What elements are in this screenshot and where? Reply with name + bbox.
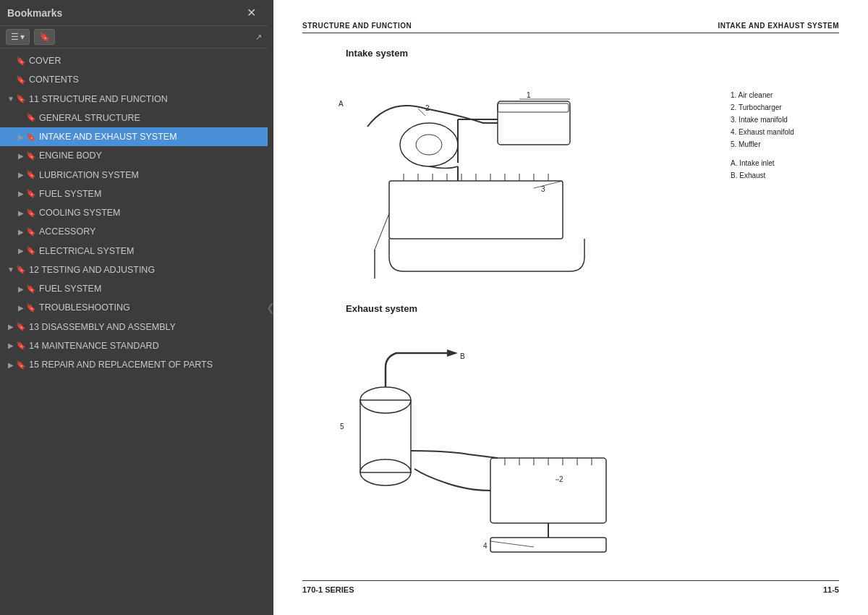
bookmark-icon-troubleshooting: 🔖 bbox=[26, 303, 36, 313]
sidebar-item-cooling[interactable]: 🔖 COOLING SYSTEM bbox=[0, 203, 268, 222]
bookmark-icon-general: 🔖 bbox=[26, 113, 36, 122]
chevron-15[interactable] bbox=[6, 361, 16, 369]
svg-rect-40 bbox=[490, 538, 606, 552]
svg-text:2: 2 bbox=[559, 475, 563, 483]
svg-rect-5 bbox=[498, 103, 569, 112]
chevron-fuel-12[interactable] bbox=[16, 285, 26, 293]
bookmark-icon-lubrication: 🔖 bbox=[26, 170, 36, 179]
bookmark-icon-12: 🔖 bbox=[16, 265, 26, 274]
svg-text:5: 5 bbox=[340, 423, 344, 430]
svg-point-6 bbox=[400, 123, 458, 166]
svg-text:4: 4 bbox=[483, 542, 488, 550]
footer-left: 170-1 SERIES bbox=[302, 585, 354, 594]
chevron-12-testing[interactable] bbox=[6, 266, 16, 273]
cursor-indicator: ↗ bbox=[255, 33, 262, 42]
chevron-accessory[interactable] bbox=[16, 228, 26, 236]
sidebar-item-13-disassembly[interactable]: 🔖 13 DISASSEMBLY AND ASSEMBLY bbox=[0, 318, 268, 336]
svg-rect-4 bbox=[498, 101, 570, 145]
chevron-fuel-11[interactable] bbox=[16, 190, 26, 198]
svg-line-21 bbox=[418, 109, 425, 116]
chevron-cooling[interactable] bbox=[16, 209, 26, 217]
intake-svg: 1 2 A 3 bbox=[302, 69, 650, 286]
svg-line-22 bbox=[534, 181, 563, 188]
sidebar-item-electrical[interactable]: 🔖 ELECTRICAL SYSTEM bbox=[0, 242, 268, 260]
svg-rect-8 bbox=[389, 181, 563, 239]
chevron-down-icon: ▾ bbox=[20, 32, 25, 42]
sidebar-item-fuel-12[interactable]: 🔖 FUEL SYSTEM bbox=[0, 279, 268, 298]
exhaust-system-title: Exhaust system bbox=[346, 303, 839, 314]
chevron-lubrication[interactable] bbox=[16, 171, 26, 179]
chevron-11-structure[interactable] bbox=[6, 95, 16, 103]
svg-line-42 bbox=[490, 541, 534, 547]
label-12-testing: 12 TESTING AND ADJUSTING bbox=[29, 264, 262, 276]
sidebar-item-12-testing[interactable]: 🔖 12 TESTING AND ADJUSTING bbox=[0, 260, 268, 279]
sidebar-item-contents[interactable]: 🔖 CONTENTS bbox=[0, 70, 268, 89]
sidebar-item-15-repair[interactable]: 🔖 15 REPAIR AND REPLACEMENT OF PARTS bbox=[0, 355, 268, 374]
label-general-structure: GENERAL STRUCTURE bbox=[39, 112, 262, 124]
label-14-maintenance: 14 MAINTENANCE STANDARD bbox=[29, 340, 262, 352]
sidebar-item-lubrication[interactable]: 🔖 LUBRICATION SYSTEM bbox=[0, 166, 268, 184]
sidebar-toolbar: ☰ ▾ 🔖 ↗ bbox=[0, 26, 268, 48]
legend-b: B. Exhaust bbox=[731, 171, 839, 181]
header-left: STRUCTURE AND FUNCTION bbox=[302, 22, 412, 30]
bookmark-icon: 🔖 bbox=[39, 32, 50, 42]
bookmark-icon-cover: 🔖 bbox=[16, 56, 26, 66]
chevron-troubleshooting[interactable] bbox=[16, 304, 26, 312]
label-15-repair: 15 REPAIR AND REPLACEMENT OF PARTS bbox=[29, 359, 262, 370]
bookmark-icon-accessory: 🔖 bbox=[26, 227, 36, 237]
sidebar-item-general-structure[interactable]: 🔖 GENERAL STRUCTURE bbox=[0, 109, 268, 127]
sidebar-item-troubleshooting[interactable]: 🔖 TROUBLESHOOTING bbox=[0, 298, 268, 317]
chevron-intake[interactable] bbox=[16, 133, 26, 141]
bookmark-icon-13: 🔖 bbox=[16, 322, 26, 331]
sidebar-item-11-structure[interactable]: 🔖 11 STRUCTURE AND FUNCTION bbox=[0, 90, 268, 109]
chevron-13[interactable] bbox=[6, 323, 16, 331]
chevron-engine[interactable] bbox=[16, 152, 26, 160]
sidebar-item-intake-exhaust[interactable]: 🔖 INTAKE AND EXHAUST SYSTEM bbox=[0, 127, 268, 146]
svg-text:A: A bbox=[339, 100, 344, 108]
sidebar: Bookmarks ✕ ☰ ▾ 🔖 ↗ 🔖 COVER 🔖 CONTENTS � bbox=[0, 0, 268, 615]
doc-header: STRUCTURE AND FUNCTION INTAKE AND EXHAUS… bbox=[302, 22, 839, 33]
bookmark-list: 🔖 COVER 🔖 CONTENTS 🔖 11 STRUCTURE AND FU… bbox=[0, 48, 268, 615]
bookmark-icon-engine: 🔖 bbox=[26, 151, 36, 161]
label-engine-body: ENGINE BODY bbox=[39, 150, 262, 161]
label-contents: CONTENTS bbox=[29, 74, 262, 85]
label-13-disassembly: 13 DISASSEMBLY AND ASSEMBLY bbox=[29, 321, 262, 333]
svg-text:1: 1 bbox=[527, 91, 531, 99]
chevron-14[interactable] bbox=[6, 342, 16, 349]
label-11-structure: 11 STRUCTURE AND FUNCTION bbox=[29, 93, 262, 105]
legend-a: A. Intake inlet bbox=[731, 158, 839, 169]
intake-legend: 1. Air cleaner 2. Turbocharger 3. Intake… bbox=[723, 69, 839, 183]
chevron-electrical[interactable] bbox=[16, 247, 26, 255]
sidebar-item-14-maintenance[interactable]: 🔖 14 MAINTENANCE STANDARD bbox=[0, 336, 268, 355]
bookmark-icon-fuel-12: 🔖 bbox=[26, 284, 36, 294]
bookmark-icon-11: 🔖 bbox=[16, 94, 26, 103]
bookmark-view-button[interactable]: 🔖 bbox=[34, 29, 55, 45]
bookmark-icon-15: 🔖 bbox=[16, 360, 26, 370]
legend-5: 5. Muffler bbox=[731, 140, 839, 150]
legend-3: 3. Intake manifold bbox=[731, 115, 839, 125]
intake-diagram: 1 2 A 3 bbox=[302, 69, 723, 289]
bookmark-icon-intake: 🔖 bbox=[26, 132, 36, 142]
label-accessory: ACCESSORY bbox=[39, 226, 262, 237]
sidebar-item-accessory[interactable]: 🔖 ACCESSORY bbox=[0, 222, 268, 241]
sidebar-item-cover[interactable]: 🔖 COVER bbox=[0, 51, 268, 70]
label-lubrication: LUBRICATION SYSTEM bbox=[39, 169, 262, 181]
svg-rect-30 bbox=[360, 400, 411, 472]
exhaust-diagram-row: B 2 4 5 bbox=[302, 324, 839, 559]
label-cover: COVER bbox=[29, 55, 262, 67]
legend-1: 1. Air cleaner bbox=[731, 90, 839, 101]
legend-4: 4. Exhaust manifold bbox=[731, 127, 839, 137]
main-content: STRUCTURE AND FUNCTION INTAKE AND EXHAUS… bbox=[273, 0, 868, 615]
svg-line-23 bbox=[375, 213, 389, 250]
resize-handle[interactable]: ❮ bbox=[268, 0, 273, 615]
sidebar-header: Bookmarks ✕ bbox=[0, 0, 268, 26]
svg-rect-32 bbox=[490, 458, 606, 523]
footer-right: 11-5 bbox=[823, 585, 839, 594]
exhaust-legend bbox=[723, 324, 839, 346]
sidebar-item-engine-body[interactable]: 🔖 ENGINE BODY bbox=[0, 146, 268, 165]
label-electrical: ELECTRICAL SYSTEM bbox=[39, 245, 262, 257]
expand-all-button[interactable]: ☰ ▾ bbox=[6, 29, 30, 45]
svg-text:B: B bbox=[460, 352, 465, 360]
close-button[interactable]: ✕ bbox=[242, 4, 260, 21]
sidebar-item-fuel-11[interactable]: 🔖 FUEL SYSTEM bbox=[0, 184, 268, 203]
